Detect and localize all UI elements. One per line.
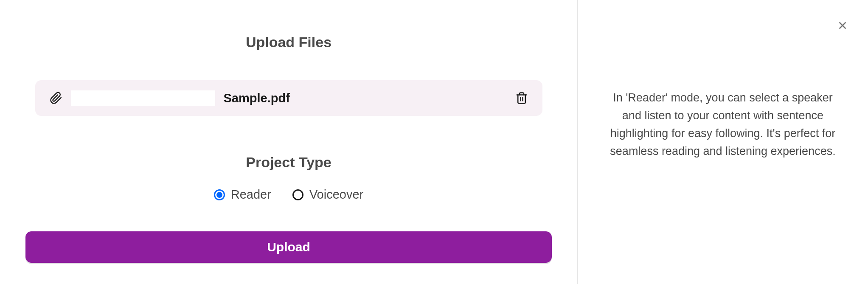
close-icon[interactable] (835, 18, 850, 33)
radio-voiceover[interactable]: Voiceover (292, 188, 363, 202)
info-panel: In 'Reader' mode, you can select a speak… (578, 0, 868, 284)
radio-group: Reader Voiceover (214, 188, 363, 202)
file-name: Sample.pdf (224, 91, 507, 105)
radio-reader[interactable]: Reader (214, 188, 271, 202)
upload-panel: Upload Files Sample.pdf Project Type (0, 0, 577, 284)
project-type-title: Project Type (214, 154, 363, 171)
file-thumbnail (71, 90, 215, 106)
file-row: Sample.pdf (35, 80, 542, 116)
upload-button[interactable]: Upload (25, 231, 552, 263)
attachment-icon (50, 92, 62, 104)
project-type-section: Project Type Reader Voiceover (214, 154, 363, 202)
radio-circle-selected (214, 189, 225, 200)
radio-circle-unselected (292, 189, 303, 200)
radio-label-voiceover: Voiceover (309, 188, 363, 202)
trash-icon[interactable] (515, 92, 528, 104)
radio-dot (216, 192, 222, 198)
info-description: In 'Reader' mode, you can select a speak… (607, 89, 838, 160)
upload-title: Upload Files (246, 34, 331, 51)
radio-label-reader: Reader (231, 188, 271, 202)
